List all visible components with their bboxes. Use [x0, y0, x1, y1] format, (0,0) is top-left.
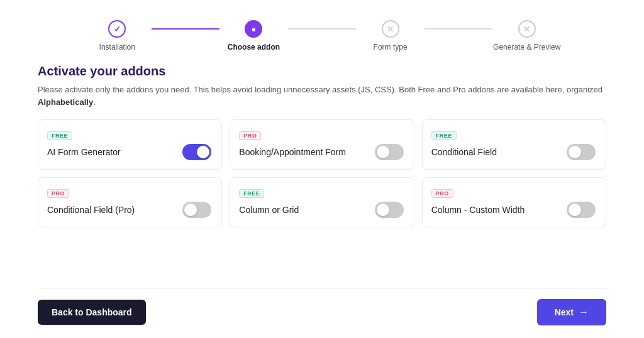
addon-card-conditional-field-pro: PRO Conditional Field (Pro) [38, 177, 222, 227]
toggle-track-conditional-field[interactable] [567, 144, 596, 160]
addon-card-conditional-field: FREE Conditional Field [422, 119, 606, 170]
toggle-thumb-booking-appointment [377, 146, 389, 158]
section-title: Activate your addons [38, 64, 606, 79]
addon-name-ai-form-generator: AI Form Generator [47, 147, 121, 157]
toggle-column-custom-width[interactable] [567, 202, 596, 218]
step-circle-installation: ✓ [108, 20, 126, 38]
connector-1 [152, 28, 220, 30]
toggle-track-column-custom-width[interactable] [567, 202, 596, 218]
badge-ai-form-generator: FREE [47, 131, 72, 140]
stepper-inner: ✓ Installation ● Choose addon ✕ Form typ… [83, 20, 561, 52]
step-circle-form-type: ✕ [382, 20, 399, 38]
next-button[interactable]: Next → [537, 299, 606, 325]
toggle-track-conditional-field-pro[interactable] [182, 202, 211, 218]
addon-card-column-or-grid: FREE Column or Grid [230, 177, 414, 227]
toggle-column-or-grid[interactable] [375, 202, 404, 218]
badge-booking-appointment: PRO [239, 131, 261, 140]
addon-card-booking-appointment: PRO Booking/Appointment Form [230, 119, 414, 170]
footer: Back to Dashboard Next → [38, 288, 606, 338]
toggle-conditional-field[interactable] [567, 144, 596, 160]
addon-row-conditional-field-pro: Conditional Field (Pro) [47, 202, 211, 218]
connector-3 [425, 28, 493, 30]
addon-row-conditional-field: Conditional Field [431, 144, 596, 160]
badge-conditional-field: FREE [431, 131, 457, 140]
addon-card-ai-form-generator: FREE AI Form Generator [38, 119, 222, 170]
addon-name-conditional-field-pro: Conditional Field (Pro) [47, 205, 135, 215]
section-desc: Please activate only the addons you need… [38, 84, 606, 108]
toggle-track-column-or-grid[interactable] [375, 202, 404, 218]
toggle-thumb-column-or-grid [377, 204, 389, 216]
badge-conditional-field-pro: PRO [47, 189, 69, 198]
main-content: Activate your addons Please activate onl… [38, 64, 606, 288]
desc-bold: Alphabetically [38, 97, 93, 107]
step-generate-preview: ✕ Generate & Preview [492, 20, 561, 52]
addon-row-ai-form-generator: AI Form Generator [47, 144, 211, 160]
checkmark-icon: ✓ [114, 25, 121, 34]
addon-name-booking-appointment: Booking/Appointment Form [239, 147, 346, 157]
step-choose-addon: ● Choose addon [219, 20, 288, 52]
next-label: Next [555, 307, 574, 317]
toggle-booking-appointment[interactable] [375, 144, 404, 160]
addon-card-column-custom-width: PRO Column - Custom Width [422, 177, 606, 227]
step-label-form-type: Form type [374, 43, 408, 52]
toggle-track-booking-appointment[interactable] [375, 144, 404, 160]
toggle-track-ai-form-generator[interactable] [182, 144, 211, 160]
arrow-right-icon: → [579, 307, 589, 318]
addon-name-conditional-field: Conditional Field [431, 147, 497, 157]
connector-2 [288, 28, 357, 30]
step-circle-generate-preview: ✕ [518, 20, 536, 38]
page-wrapper: ✓ Installation ● Choose addon ✕ Form typ… [0, 0, 644, 338]
back-to-dashboard-button[interactable]: Back to Dashboard [38, 300, 146, 325]
toggle-thumb-ai-form-generator [197, 146, 209, 158]
addon-row-column-custom-width: Column - Custom Width [431, 202, 596, 218]
desc-text-1: Please activate only the addons you need… [38, 85, 602, 94]
desc-end: . [93, 97, 96, 107]
toggle-conditional-field-pro[interactable] [182, 202, 211, 218]
step-circle-choose-addon: ● [245, 20, 262, 38]
addon-row-booking-appointment: Booking/Appointment Form [239, 144, 403, 160]
step-label-installation: Installation [99, 43, 135, 52]
badge-column-or-grid: FREE [239, 189, 264, 198]
step-installation: ✓ Installation [83, 20, 152, 52]
addon-name-column-or-grid: Column or Grid [239, 205, 299, 215]
step-dot: ● [252, 25, 257, 34]
addons-grid: FREE AI Form Generator PRO Booking/Appoi… [38, 119, 606, 227]
toggle-thumb-conditional-field [569, 146, 581, 158]
addon-row-column-or-grid: Column or Grid [239, 202, 403, 218]
addon-name-column-custom-width: Column - Custom Width [431, 205, 525, 215]
step-label-generate-preview: Generate & Preview [493, 43, 560, 52]
toggle-thumb-conditional-field-pro [184, 204, 197, 216]
badge-column-custom-width: PRO [431, 189, 453, 198]
step-form-type: ✕ Form type [356, 20, 425, 52]
step-label-choose-addon: Choose addon [228, 43, 280, 52]
stepper: ✓ Installation ● Choose addon ✕ Form typ… [38, 0, 606, 64]
toggle-ai-form-generator[interactable] [182, 144, 211, 160]
toggle-thumb-column-custom-width [569, 204, 581, 216]
